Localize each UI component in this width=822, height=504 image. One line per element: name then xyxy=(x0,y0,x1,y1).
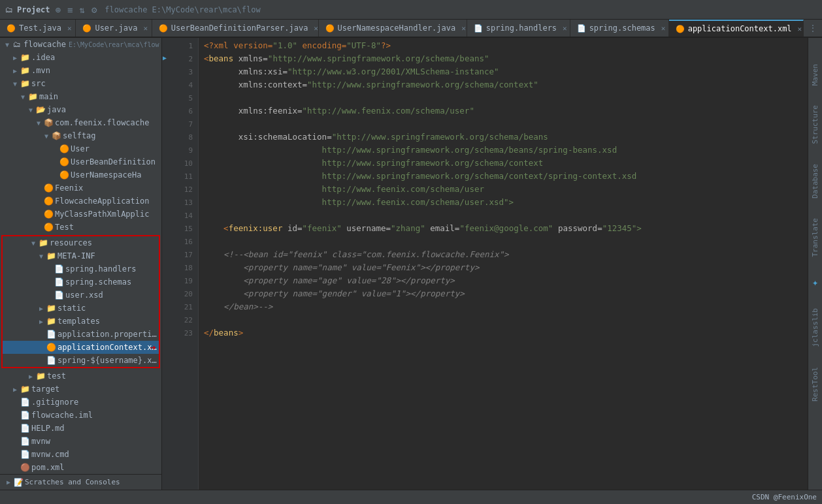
tab-user-java[interactable]: 🟠 User.java ✕ xyxy=(76,20,152,37)
linenum-12: 12 xyxy=(167,183,198,196)
tree-item-spring-schemas[interactable]: 📄 spring.schemas xyxy=(3,276,159,289)
tab-test-java[interactable]: 🟠 Test.java ✕ xyxy=(0,20,76,37)
tree-item-resources[interactable]: ▼ 📁 resources xyxy=(3,236,159,249)
code-area[interactable]: ▶ 1 2 3 4 5 6 7 8 9 xyxy=(162,38,808,490)
linenum-7: 7 xyxy=(167,118,198,131)
tree-item-User[interactable]: 🟠 User xyxy=(0,142,161,155)
tree-item-ubd[interactable]: 🟠 UserBeanDefinition xyxy=(0,155,161,168)
sidebar-bottom[interactable]: ▶ 📝 Scratches and Consoles xyxy=(0,474,161,490)
tree-item-flowcache-iml[interactable]: 📄 flowcache.iml xyxy=(0,409,161,422)
tree-item-spring-user-xml[interactable]: 📄 spring-${username}.xml xyxy=(3,354,159,367)
arrow-resources: ▼ xyxy=(29,240,38,247)
panel-codota-icon[interactable]: ✦ xyxy=(812,276,819,289)
linenum-20: 20 xyxy=(167,287,198,300)
tree-item-feenix[interactable]: 🟠 Feenix xyxy=(0,181,161,195)
tree-item-appcontext-xml[interactable]: 🟠 applicationContext.xml ➔ xyxy=(3,341,159,354)
tree-item-mvnw[interactable]: 📄 mvnw xyxy=(0,435,161,448)
close-tab-ss[interactable]: ✕ xyxy=(661,24,666,33)
tree-item-test-class[interactable]: 🟠 Test xyxy=(0,221,161,234)
label-test-class: Test xyxy=(55,223,74,232)
tree-item-mvn[interactable]: ▶ 📁 .mvn xyxy=(0,64,161,77)
tree-item-myclasspath[interactable]: 🟠 MyClassPathXmlApplic xyxy=(0,208,161,221)
linenum-5: 5 xyxy=(167,91,198,104)
panel-database[interactable]: Database xyxy=(811,164,819,198)
tree-item-target[interactable]: ▶ 📁 target xyxy=(0,383,161,396)
tab-more-button[interactable]: ⋮ xyxy=(804,20,822,37)
panel-jclasslib[interactable]: jclasslib xyxy=(811,308,819,347)
icon-spring-schemas: 📄 xyxy=(54,277,64,287)
title-icon-4[interactable]: ⚙ xyxy=(90,3,98,16)
arrow-java: ▼ xyxy=(26,106,35,114)
tree-item-com-feenix[interactable]: ▼ 📦 com.feenix.flowcache xyxy=(0,116,161,129)
icon-templates: 📁 xyxy=(46,317,56,326)
tree-item-app-props[interactable]: 📄 application.properties xyxy=(3,328,159,341)
tree-item-spring-handlers[interactable]: 📄 spring.handlers xyxy=(3,262,159,276)
tab-usernamespace[interactable]: 🟠 UserNamespaceHandler.java ✕ xyxy=(319,20,467,37)
close-tab-test[interactable]: ✕ xyxy=(67,24,72,33)
linenum-16: 16 xyxy=(167,235,198,248)
label-target: target xyxy=(31,385,59,394)
icon-feenix: 🟠 xyxy=(43,183,54,193)
tree-item-src[interactable]: ▼ 📁 src xyxy=(0,77,161,90)
arrow-src: ▼ xyxy=(10,80,20,87)
tree-item-help-md[interactable]: 📄 HELP.md xyxy=(0,422,161,435)
close-tab-unh[interactable]: ✕ xyxy=(461,24,466,33)
label-src: src xyxy=(31,79,46,88)
code-line-3: xmlns:xsi="http://www.w3.org/2001/XMLSch… xyxy=(204,65,808,78)
arrow-com-feenix: ▼ xyxy=(34,119,43,127)
tree-item-main[interactable]: ▼ 📁 main xyxy=(0,90,161,103)
tree-item-unh[interactable]: 🟠 UserNamespaceHa xyxy=(0,168,161,181)
code-line-15: <feenix:user id="feenix" username="zhang… xyxy=(204,222,808,235)
icon-mvn: 📁 xyxy=(20,66,30,75)
panel-structure[interactable]: Structure xyxy=(811,105,819,144)
icon-myclasspath: 🟠 xyxy=(43,210,54,219)
gutter-bookmark-icon: ▶ xyxy=(163,54,167,61)
title-bar: 🗂 Project ⊕ ≡ ⇅ ⚙ flowcache E:\MyCode\re… xyxy=(0,0,822,20)
code-line-4: xmlns:context="http://www.springframewor… xyxy=(204,78,808,91)
icon-test-class: 🟠 xyxy=(43,223,54,232)
close-tab-ac[interactable]: ✕ xyxy=(798,25,802,33)
tree-item-mvnw-cmd[interactable]: 📄 mvnw.cmd xyxy=(0,448,161,461)
tree-item-metainf[interactable]: ▼ 📁 META-INF xyxy=(3,249,159,262)
icon-gitignore: 📄 xyxy=(20,398,30,407)
title-icon-3[interactable]: ⇅ xyxy=(78,3,86,16)
panel-translate[interactable]: Translate xyxy=(811,218,819,257)
tree-item-templates[interactable]: ▶ 📁 templates xyxy=(3,315,159,328)
tree-item-gitignore[interactable]: 📄 .gitignore xyxy=(0,396,161,409)
close-tab-ubdp[interactable]: ✕ xyxy=(314,24,318,33)
panel-maven[interactable]: Maven xyxy=(811,64,819,86)
tab-spring-handlers[interactable]: 📄 spring.handlers ✕ xyxy=(467,20,570,37)
tree-item-test-folder[interactable]: ▶ 📁 test xyxy=(0,370,161,383)
tree-item-idea[interactable]: ▶ 📁 .idea xyxy=(0,51,161,64)
linenum-2: 2 xyxy=(167,52,198,65)
title-icon-1[interactable]: ⊕ xyxy=(54,3,62,16)
icon-unh: 🟠 xyxy=(59,170,69,180)
tab-userbeandef[interactable]: 🟠 UserBeanDefinitionParser.java ✕ xyxy=(152,20,319,37)
close-tab-sh[interactable]: ✕ xyxy=(563,24,567,33)
code-line-12: http://www.feenix.com/schema/user xyxy=(204,183,808,196)
badge-flowcache: E:\MyCode\rear\mca\flow xyxy=(69,41,159,48)
tree-item-user-xsd[interactable]: 📄 user.xsd xyxy=(3,289,159,302)
tree-item-flowcacheapp[interactable]: 🟠 FlowcacheApplication xyxy=(0,195,161,208)
arrow-flowcache: ▼ xyxy=(3,41,12,48)
tree-item-pom-xml[interactable]: 🟤 pom.xml xyxy=(0,461,161,474)
label-pom-xml: pom.xml xyxy=(31,463,65,472)
project-tree: ▼ 🗂 flowcache E:\MyCode\rear\mca\flow ▶ … xyxy=(0,38,161,474)
title-icon-2[interactable]: ≡ xyxy=(66,3,74,16)
tree-item-static[interactable]: ▶ 📁 static xyxy=(3,302,159,315)
icon-flowcacheapp: 🟠 xyxy=(43,197,54,206)
tab-spring-schemas[interactable]: 📄 spring.schemas ✕ xyxy=(570,20,669,37)
panel-resttool[interactable]: RestTool xyxy=(811,367,819,402)
tree-item-flowcache[interactable]: ▼ 🗂 flowcache E:\MyCode\rear\mca\flow xyxy=(0,38,161,51)
tree-item-selftag[interactable]: ▼ 📦 selftag xyxy=(0,129,161,142)
project-icon: 🗂 xyxy=(5,5,13,14)
line-numbers: 1 2 3 4 5 6 7 8 9 10 11 12 13 14 15 16 1… xyxy=(167,38,199,490)
label-user-xsd: user.xsd xyxy=(65,291,103,300)
code-content[interactable]: <?xml version="1.0" encoding="UTF-8"?> <… xyxy=(199,38,808,490)
arrow-static: ▶ xyxy=(37,305,46,312)
close-tab-user[interactable]: ✕ xyxy=(143,24,148,33)
label-spring-handlers: spring.handlers xyxy=(65,264,136,274)
label-User: User xyxy=(71,144,90,153)
tree-item-java[interactable]: ▼ 📂 java xyxy=(0,103,161,116)
tab-applicationcontext[interactable]: 🟠 applicationContext.xml ✕ xyxy=(669,20,804,37)
